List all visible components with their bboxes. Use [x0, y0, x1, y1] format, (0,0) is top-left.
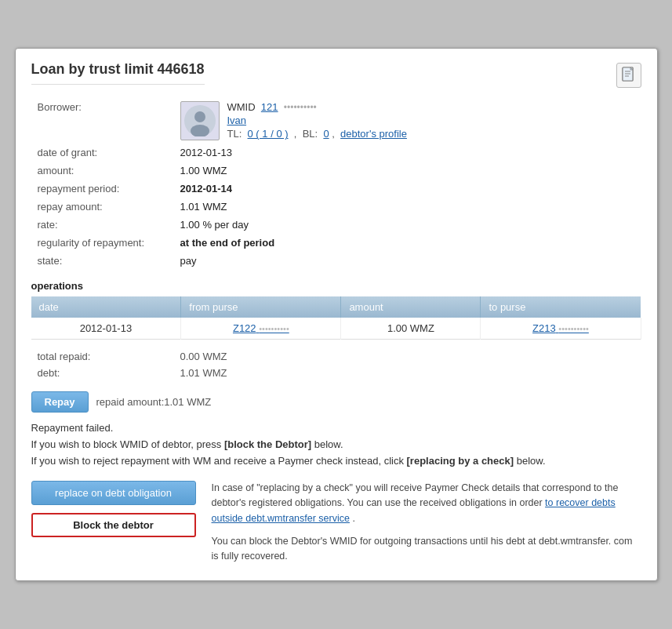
- wmid-line: WMID 121 ••••••••••: [227, 101, 407, 113]
- ops-col-to-purse: to purse: [481, 296, 641, 318]
- to-purse-blur: ••••••••••: [558, 324, 589, 333]
- from-purse-blur: ••••••••••: [259, 324, 289, 333]
- tl-label: TL:: [227, 128, 242, 140]
- from-purse-link[interactable]: Z122: [233, 322, 256, 334]
- notice-line1: Repayment failed.: [31, 420, 641, 437]
- regularity-value: at the end of period: [176, 235, 640, 251]
- operations-label: operations: [31, 280, 641, 292]
- amount-label: amount:: [33, 162, 174, 179]
- bl-label: BL:: [303, 128, 318, 140]
- block-description: You can block the Debtor's WMID for outg…: [212, 534, 641, 565]
- rate-value: 1.00 % per day: [176, 216, 640, 233]
- replace-on-debt-button[interactable]: replace on debt obligation: [31, 481, 196, 505]
- state-label: state:: [33, 253, 174, 269]
- rate-label: rate:: [33, 216, 174, 233]
- ops-col-from-purse: from purse: [181, 296, 341, 318]
- debt-label: debt:: [33, 365, 174, 380]
- document-icon[interactable]: [616, 63, 641, 88]
- date-of-grant-value: 2012-01-13: [176, 144, 640, 161]
- tl-value-link[interactable]: 0 ( 1 / 0 ): [248, 128, 289, 140]
- notice-area: Repayment failed. If you wish to block W…: [31, 420, 641, 469]
- repay-amount-value: 1.01 WMZ: [176, 198, 640, 215]
- total-repaid-value: 0.00 WMZ: [176, 349, 640, 364]
- debtors-profile-link[interactable]: debtor's profile: [340, 128, 407, 140]
- repaid-amount-text: repaid amount:1.01 WMZ: [96, 396, 212, 408]
- notice-line3: If you wish to reject repayment with WM …: [31, 453, 641, 470]
- wmid-number-link[interactable]: 121: [261, 101, 278, 113]
- page-title: Loan by trust limit 446618: [31, 61, 205, 85]
- svg-point-7: [194, 111, 205, 122]
- action-descriptions: In case of "replacing by a check" you wi…: [212, 481, 641, 565]
- borrower-name-link[interactable]: Ivan: [227, 115, 247, 126]
- repay-amount-label: repay amount:: [33, 198, 174, 215]
- amount-value: 1.00 WMZ: [176, 162, 640, 179]
- tl-bl-line: TL: 0 ( 1 / 0 ) , BL: 0 , debtor's profi…: [227, 128, 407, 140]
- to-purse-link[interactable]: Z213: [532, 322, 556, 334]
- replace-description: In case of "replacing by a check" you wi…: [212, 481, 641, 526]
- ops-col-date: date: [31, 296, 181, 318]
- table-row: 2012-01-13 Z122 •••••••••• 1.00 WMZ Z213…: [31, 318, 641, 340]
- debt-value: 1.01 WMZ: [176, 365, 640, 380]
- date-of-grant-label: date of grant:: [33, 144, 174, 161]
- notice-line2: If you wish to block WMID of debtor, pre…: [31, 437, 641, 453]
- bl-value-link[interactable]: 0: [323, 128, 329, 140]
- repayment-period-value: 2012-01-14: [176, 180, 640, 197]
- total-repaid-label: total repaid:: [33, 349, 174, 364]
- regularity-label: regularity of repayment:: [33, 235, 174, 251]
- ops-date-cell: 2012-01-13: [31, 318, 181, 340]
- borrower-label: Borrower:: [33, 99, 174, 143]
- wmid-blur: ••••••••••: [284, 102, 317, 113]
- state-value: pay: [176, 253, 640, 269]
- ops-from-purse-cell[interactable]: Z122 ••••••••••: [181, 318, 341, 340]
- block-debtor-button[interactable]: Block the debtor: [31, 513, 196, 537]
- ops-to-purse-cell[interactable]: Z213 ••••••••••: [481, 318, 641, 340]
- action-buttons-area: replace on debt obligation Block the deb…: [31, 481, 196, 565]
- repay-button[interactable]: Repay: [31, 391, 89, 413]
- borrower-avatar: [180, 101, 220, 140]
- ops-col-amount: amount: [341, 296, 481, 318]
- ops-amount-cell: 1.00 WMZ: [341, 318, 481, 340]
- repayment-period-label: repayment period:: [33, 180, 174, 197]
- wmid-label: WMID: [227, 101, 256, 113]
